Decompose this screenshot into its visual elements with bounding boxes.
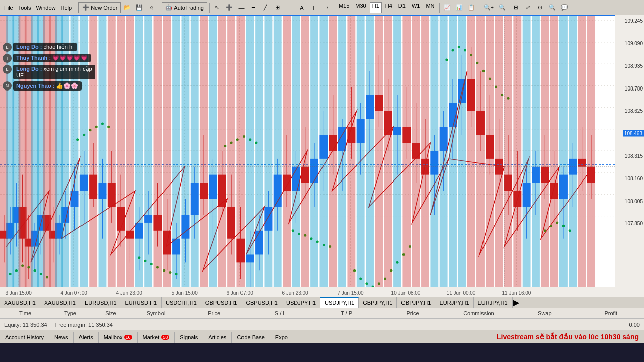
sym-tab-eurjpy1[interactable]: EURJPY,H1 — [435, 297, 473, 308]
sep6 — [479, 3, 479, 13]
tab-mailbox[interactable]: Mailbox 16 — [99, 332, 138, 343]
sep2 — [159, 3, 159, 13]
chart-grid-button[interactable]: ⊞ — [511, 2, 522, 13]
chart-zoom-button[interactable]: ⤢ — [523, 2, 534, 13]
sym-tab-eurusd2[interactable]: EURUSD,H1 — [121, 297, 162, 308]
file-menu[interactable]: File — [2, 2, 15, 13]
tools-menu[interactable]: Tools — [16, 2, 33, 13]
new-order-button[interactable]: ➕ New Order — [78, 2, 121, 13]
col-profit: Profit — [578, 310, 644, 316]
tab-articles[interactable]: Articles — [203, 332, 232, 343]
col-swap: Swap — [512, 310, 578, 316]
equity-bar: Equity: 11 350.34 Free margin: 11 350.34… — [0, 319, 644, 330]
print-button[interactable]: 🖨 — [146, 2, 157, 13]
sep1 — [76, 3, 76, 13]
price-label-8: 108.005 — [625, 198, 643, 204]
fib-tool[interactable]: ≡ — [284, 2, 295, 13]
help-menu[interactable]: Help — [59, 2, 74, 13]
tab-market[interactable]: Market 58 — [138, 332, 175, 343]
toolbar: File Tools Window Help ➕ New Order 📂 💾 🖨… — [0, 0, 644, 15]
channels-tool[interactable]: ⊞ — [272, 2, 283, 13]
sym-tab-xauusd2[interactable]: XAUUSD,H1 — [40, 297, 80, 308]
sym-tab-gbpjpy1[interactable]: GBPJPY,H1 — [359, 297, 397, 308]
sym-tab-gbpusd2[interactable]: GBPUSD,H1 — [242, 297, 282, 308]
new-order-label: New Order — [91, 5, 117, 11]
sym-tab-usdchf[interactable]: USDCHF,H1 — [162, 297, 201, 308]
sym-tab-eurusd1[interactable]: EURUSD,H1 — [80, 297, 121, 308]
col-size: Size — [91, 310, 131, 316]
zoom-in-button[interactable]: 🔍+ — [481, 2, 496, 13]
open-account-button[interactable]: 📂 — [122, 2, 133, 13]
sym-tab-gbpjpy2[interactable]: GBPJPY,H1 — [397, 297, 435, 308]
time-label-10: 11 Jun 16:00 — [502, 290, 531, 296]
save-button[interactable]: 💾 — [134, 2, 145, 13]
hline-tool[interactable]: ━ — [248, 2, 259, 13]
time-label-6: 6 Jun 23:00 — [282, 290, 308, 296]
chart-container[interactable]: L Long Do : chào hiện hi T Thuy Thanh : … — [0, 15, 644, 297]
profit-value: 0.00 — [629, 322, 640, 328]
tab-codebase[interactable]: Code Base — [232, 332, 270, 343]
zoom-out-button[interactable]: 🔍- — [497, 2, 510, 13]
tab-expo[interactable]: Expo — [270, 332, 293, 343]
time-label-7: 7 Jun 15:00 — [337, 290, 363, 296]
autotrading-icon: 🤖 — [165, 4, 172, 11]
tf-mn[interactable]: MN — [423, 2, 437, 13]
tab-news[interactable]: News — [49, 332, 74, 343]
indicators-button[interactable]: 📈 — [442, 2, 453, 13]
tab-alerts[interactable]: Alerts — [74, 332, 99, 343]
tf-h4[interactable]: H4 — [383, 2, 395, 13]
window-menu[interactable]: Window — [34, 2, 57, 13]
sym-tab-scroll-right[interactable]: ▶ — [512, 297, 520, 308]
crosshair-tool[interactable]: ➕ — [224, 2, 235, 13]
market-badge: 58 — [161, 335, 169, 340]
objects-button[interactable]: ⊙ — [535, 2, 546, 13]
col-symbol: Symbol — [131, 310, 181, 316]
sym-tab-xauusd1[interactable]: XAUUSD,H1 — [0, 297, 40, 308]
price-label-1: 109.245 — [625, 18, 643, 24]
price-axis: 109.245 109.090 108.935 108.780 108.625 … — [615, 15, 644, 297]
equity-value: Equity: 11 350.34 — [4, 322, 47, 328]
col-commission: Commission — [446, 310, 512, 316]
price-label-7: 108.160 — [625, 175, 643, 181]
tf-h1[interactable]: H1 — [370, 2, 382, 13]
tab-account-history[interactable]: Account History — [0, 332, 49, 343]
arrow-tool[interactable]: ⇒ — [320, 2, 332, 13]
navigator-button[interactable]: 📊 — [454, 2, 465, 13]
mailbox-badge: 16 — [124, 335, 132, 340]
current-price-label: 108.463 — [623, 130, 644, 137]
col-tp: T / P — [313, 310, 379, 316]
time-axis: 3 Jun 15:00 4 Jun 07:00 4 Jun 23:00 5 Ju… — [0, 287, 615, 297]
sym-tab-usdjpy1[interactable]: USDJPY,H1 — [282, 297, 320, 308]
col-price1: Price — [181, 310, 247, 316]
free-margin-value: Free margin: 11 350.34 — [55, 322, 113, 328]
tf-w1[interactable]: W1 — [409, 2, 423, 13]
col-sl: S / L — [247, 310, 313, 316]
table-header: Time Type Size Symbol Price S / L T / P … — [0, 308, 644, 319]
col-type: Type — [50, 310, 91, 316]
price-label-5: 108.625 — [625, 108, 643, 114]
text-tool[interactable]: A — [296, 2, 307, 13]
sym-tab-usdjpy2[interactable]: USDJPY,H1 — [320, 297, 359, 308]
time-label-4: 5 Jun 15:00 — [171, 290, 197, 296]
trendline-tool[interactable]: ╱ — [260, 2, 271, 13]
label-tool[interactable]: T — [308, 2, 319, 13]
search-button[interactable]: 🔍 — [547, 2, 558, 13]
tf-m15[interactable]: M15 — [336, 2, 352, 13]
time-label-9: 11 Jun 00:00 — [447, 290, 476, 296]
line-tool[interactable]: — — [236, 2, 247, 13]
tab-signals[interactable]: Signals — [175, 332, 203, 343]
price-label-2: 109.090 — [625, 41, 643, 46]
tf-m30[interactable]: M30 — [353, 2, 368, 13]
cursor-tool[interactable]: ↖ — [212, 2, 223, 13]
templates-button[interactable]: 📋 — [466, 2, 477, 13]
time-label-8: 10 Jun 08:00 — [391, 290, 421, 296]
sep4 — [334, 3, 334, 13]
autotrading-button[interactable]: 🤖 AutoTrading — [162, 2, 207, 13]
sym-tab-eurjpy2[interactable]: EURJPY,H1 — [474, 297, 512, 308]
comment-button[interactable]: 💬 — [559, 2, 570, 13]
price-label-9: 107.850 — [625, 221, 643, 226]
sym-tab-gbpusd1[interactable]: GBPUSD,H1 — [201, 297, 242, 308]
price-label-3: 108.935 — [625, 63, 643, 68]
symbol-tabs: XAUUSD,H1 XAUUSD,H1 EURUSD,H1 EURUSD,H1 … — [0, 297, 644, 308]
tf-d1[interactable]: D1 — [396, 2, 408, 13]
